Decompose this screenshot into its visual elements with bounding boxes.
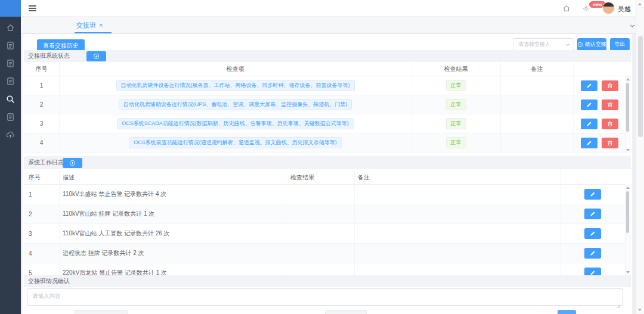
check-result-cell [286,224,355,243]
hamburger-icon[interactable] [29,5,36,11]
edit-button[interactable] [581,119,597,129]
delete-button[interactable] [602,119,618,129]
table-row: 2110kV官山站 挂牌 记录数共计 1 次 [24,204,625,224]
add-status-item-button[interactable] [86,51,106,61]
export-button[interactable]: 导出 [610,38,630,51]
edit-button[interactable] [584,228,601,239]
actions-cell [561,263,625,275]
log-description: 110kV丰盛站 禁止告警 记录数共计 4 次 [60,185,286,204]
check-item-cell: 自动化机房硬件设备运行情况(服务器、工作站、网络设备、同步时钟、储存设备、前置设… [60,76,411,95]
document-icon[interactable] [5,58,16,69]
cloud-upload-icon[interactable] [5,130,16,140]
table-scrollbar[interactable] [625,185,630,275]
tab-bar: 交接班 × [21,17,636,34]
scroll-down-arrow[interactable] [626,271,630,273]
section-confirm-bar: 交接班情况确认 [24,275,631,287]
row-index: 5 [24,263,60,275]
check-result-cell [286,244,355,263]
pencil-icon [590,211,596,217]
remark-cell [501,114,574,133]
edit-button[interactable] [584,268,601,275]
app-logo [0,0,21,17]
plus-circle-icon [69,160,76,166]
row-index: 4 [24,133,60,152]
trash-icon [607,83,613,89]
edit-button[interactable] [584,248,601,259]
log-description: 进程状态 挂牌 记录数共计 2 次 [60,244,286,263]
add-log-item-button[interactable] [63,158,82,168]
section-title: 交接班情况确认 [24,277,70,285]
table-row: 1110kV丰盛站 禁止告警 记录数共计 4 次 [24,185,625,204]
partial-button [325,310,367,314]
confirm-label: 确认交接 [585,41,606,48]
partial-button [558,310,576,314]
pencil-icon [586,102,592,108]
check-item-tag[interactable]: OCS系统SCADA功能运行情况(数据刷新、历史曲线、告警事项、历史事项、关键数… [117,118,354,129]
row-index: 3 [24,224,60,243]
status-badge: 正常 [446,137,466,148]
close-icon[interactable]: × [99,22,103,29]
check-item-tag[interactable]: 自动化机房硬件设备运行情况(服务器、工作站、网络设备、同步时钟、储存设备、前置设… [116,80,355,91]
confirm-handover-button[interactable]: 确认交接 [577,38,606,51]
handover-person-select[interactable]: 请选择交接人 [513,38,574,51]
partial-button [75,310,128,314]
table-row: 3OCS系统SCADA功能运行情况(数据刷新、历史曲线、告警事项、历史事项、关键… [24,114,625,133]
log-table-body: 1110kV丰盛站 禁止告警 记录数共计 4 次2110kV官山站 挂牌 记录数… [24,185,625,275]
fullscreen-home-icon[interactable] [562,4,571,13]
remark-cell [355,185,561,204]
scroll-up-arrow[interactable] [626,186,630,189]
plus-circle-icon [93,53,100,60]
status-table-body: 1自动化机房硬件设备运行情况(服务器、工作站、网络设备、同步时钟、储存设备、前置… [24,76,625,153]
document-icon[interactable] [5,41,16,51]
document-icon[interactable] [5,76,16,86]
log-description: 110kV官山站 人工置数 记录数共计 26 次 [60,224,286,243]
pencil-icon [590,191,596,197]
document-icon[interactable] [5,112,16,122]
edit-button[interactable] [581,80,597,91]
scroll-thumb[interactable] [626,191,629,233]
scroll-down-arrow[interactable] [626,149,630,151]
check-item-tag[interactable]: OCS系统前置功能运行情况(通道规约解析、通道监视、报文曲线、历史报文存储等等) [129,137,342,148]
row-index: 2 [24,95,60,114]
check-item-cell: OCS系统SCADA功能运行情况(数据刷新、历史曲线、告警事项、历史事项、关键数… [60,114,411,133]
home-icon[interactable] [5,23,16,33]
row-index: 1 [24,185,60,204]
search-icon[interactable] [5,94,16,104]
tab-label: 交接班 [76,21,96,30]
tab-shift-handover[interactable]: 交接班 × [76,17,103,33]
row-index: 1 [24,76,60,95]
column-header: 序号 [24,170,60,184]
chevron-down-icon [565,42,571,48]
avatar[interactable] [602,2,615,14]
actions-cell [574,95,625,114]
scroll-up-arrow[interactable] [626,78,630,80]
page-scrollbar[interactable] [636,0,644,314]
table-scrollbar[interactable] [625,76,630,153]
section-title: 交接班系统状态 [24,52,70,60]
edit-button[interactable] [584,189,601,200]
remark-cell [355,244,561,263]
check-result-cell: 正常 [411,114,501,133]
edit-button[interactable] [581,138,597,148]
check-circle-icon [577,42,583,48]
delete-button[interactable] [602,138,618,148]
edit-button[interactable] [584,209,601,219]
user-name[interactable]: 吴越 [618,5,631,14]
scroll-down-arrow[interactable] [638,309,642,311]
remark-cell [355,224,561,243]
check-item-tag[interactable]: 自动化机房辅助设备运行情况(UPS、蓄电池、空调、调度大屏幕、监控摄像头、抽湿机… [119,99,352,110]
remark-cell [501,133,574,152]
select-placeholder: 请选择交接人 [513,41,565,48]
scroll-thumb[interactable] [626,83,629,132]
row-index: 2 [24,204,60,223]
table-row: 3110kV官山站 人工置数 记录数共计 26 次 [24,224,625,244]
status-badge: 正常 [446,99,466,110]
scroll-thumb[interactable] [638,36,643,137]
confirm-textarea[interactable] [27,288,623,306]
pencil-icon [586,83,592,89]
delete-button[interactable] [602,100,618,110]
scroll-up-arrow[interactable] [638,3,642,5]
delete-button[interactable] [602,80,618,91]
edit-button[interactable] [581,100,597,110]
pencil-icon [590,250,596,256]
